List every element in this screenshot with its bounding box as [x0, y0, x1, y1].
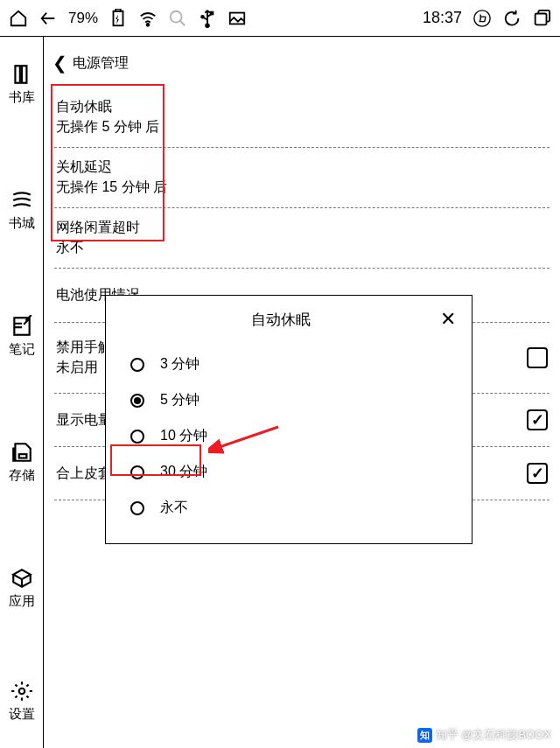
modal-title: 自动休眠: [122, 310, 440, 330]
setting-shutdown-delay[interactable]: 关机延迟 无操作 15 分钟 后: [54, 148, 550, 208]
setting-title: 自动休眠: [56, 98, 548, 116]
svg-rect-1: [116, 9, 121, 11]
setting-title: 禁用手触: [56, 339, 112, 357]
page-back-button[interactable]: ❮ 电源管理: [44, 37, 560, 87]
svg-rect-5: [211, 11, 214, 14]
svg-point-3: [171, 10, 182, 22]
radio-option-never[interactable]: 永不: [123, 490, 454, 526]
svg-point-14: [18, 689, 24, 695]
home-icon[interactable]: [9, 9, 28, 28]
page-title: 电源管理: [73, 54, 129, 73]
setting-network-timeout[interactable]: 网络闲置超时 永不: [54, 208, 550, 269]
usb-icon: [198, 9, 217, 28]
radio-icon: [130, 465, 144, 479]
sidebar-item-label: 书库: [9, 89, 35, 106]
watermark: 知 知乎 @文石科技BOOX: [417, 727, 551, 743]
radio-option-30min[interactable]: 30 分钟: [123, 454, 454, 490]
radio-icon: [130, 358, 144, 372]
wifi-icon[interactable]: [138, 9, 158, 28]
battery-percentage: 79%: [68, 10, 98, 27]
zhihu-logo-icon: 知: [417, 728, 432, 743]
sidebar-item-apps[interactable]: 应用: [0, 567, 43, 610]
battery-icon: [108, 9, 128, 28]
svg-rect-9: [536, 13, 547, 24]
setting-sub: 未启用: [56, 359, 112, 377]
multitask-icon[interactable]: [532, 9, 551, 28]
setting-sub: 永不: [56, 239, 548, 257]
setting-sub: 无操作 5 分钟 后: [56, 118, 548, 136]
sidebar-item-settings[interactable]: 设置: [0, 680, 43, 723]
checkbox-show-battery[interactable]: ✓: [527, 409, 548, 430]
sidebar-item-library[interactable]: 书库: [0, 63, 43, 106]
svg-rect-10: [15, 66, 19, 83]
sidebar-item-label: 存储: [9, 467, 35, 484]
radio-icon: [130, 394, 144, 408]
setting-auto-sleep[interactable]: 自动休眠 无操作 5 分钟 后: [54, 87, 550, 148]
svg-point-2: [147, 23, 150, 25]
radio-option-3min[interactable]: 3 分钟: [123, 346, 454, 382]
modal-auto-sleep: 自动休眠 ✕ 3 分钟 5 分钟 10 分钟 30 分钟 永不: [105, 295, 472, 544]
radio-label: 5 分钟: [160, 391, 200, 409]
sidebar-item-storage[interactable]: 存储: [0, 441, 43, 484]
svg-rect-0: [114, 10, 123, 25]
search-icon[interactable]: [168, 9, 187, 28]
status-bar: 79% 18:37: [0, 0, 560, 37]
sidebar-item-label: 笔记: [9, 341, 35, 358]
sidebar-item-label: 书城: [9, 215, 35, 232]
sidebar-item-label: 应用: [9, 593, 35, 610]
setting-title: 关机延迟: [56, 158, 548, 177]
watermark-text: 知乎 @文石科技BOOX: [436, 727, 551, 743]
svg-point-6: [206, 24, 209, 27]
sidebar-item-label: 设置: [9, 706, 35, 723]
close-icon[interactable]: ✕: [440, 308, 456, 331]
radio-option-5min[interactable]: 5 分钟: [123, 382, 454, 418]
clock-time: 18:37: [423, 9, 462, 27]
svg-point-4: [201, 15, 204, 17]
sidebar: 书库 书城 笔记 存储 应用 设置: [0, 37, 44, 748]
back-icon[interactable]: [38, 9, 58, 28]
radio-label: 永不: [160, 499, 188, 517]
setting-title: 网络闲置超时: [56, 219, 548, 237]
sidebar-item-notes[interactable]: 笔记: [0, 315, 43, 358]
image-icon: [228, 9, 247, 28]
chevron-left-icon: ❮: [52, 52, 67, 73]
radio-icon: [130, 430, 144, 444]
setting-title: 显示电量: [56, 411, 112, 430]
svg-rect-13: [18, 454, 26, 458]
sidebar-item-store[interactable]: 书城: [0, 189, 43, 232]
svg-point-8: [474, 10, 490, 25]
refresh-icon[interactable]: [502, 9, 522, 28]
checkbox-disable-touch[interactable]: [527, 347, 548, 368]
setting-sub: 无操作 15 分钟 后: [56, 178, 548, 197]
touch-icon[interactable]: [472, 9, 492, 28]
radio-icon: [130, 501, 144, 515]
radio-label: 30 分钟: [160, 463, 207, 481]
setting-title: 合上皮套: [56, 465, 112, 483]
radio-option-10min[interactable]: 10 分钟: [123, 418, 454, 454]
radio-label: 10 分钟: [160, 427, 207, 445]
radio-label: 3 分钟: [160, 355, 200, 374]
svg-rect-11: [22, 66, 26, 83]
checkbox-cover-close[interactable]: ✓: [527, 463, 548, 484]
